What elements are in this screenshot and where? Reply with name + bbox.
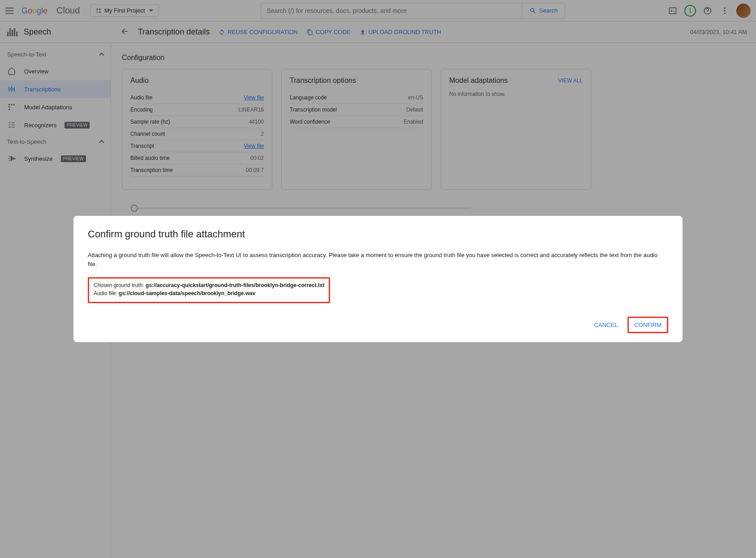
- confirm-dialog: Confirm ground truth file attachment Att…: [73, 216, 683, 342]
- confirm-button[interactable]: CONFIRM: [627, 317, 668, 333]
- ground-truth-path: gs://accuracy-quickstart/ground-truth-fi…: [146, 282, 324, 288]
- cancel-button[interactable]: CANCEL: [588, 318, 624, 332]
- modal-overlay: Confirm ground truth file attachment Att…: [0, 0, 756, 558]
- dialog-title: Confirm ground truth file attachment: [88, 228, 668, 240]
- dialog-body: Attaching a ground truth file will allow…: [88, 251, 668, 268]
- file-paths-highlight: Chosen ground truth: gs://accuracy-quick…: [88, 277, 330, 303]
- audio-file-path: gs://cloud-samples-data/speech/brooklyn_…: [119, 290, 255, 296]
